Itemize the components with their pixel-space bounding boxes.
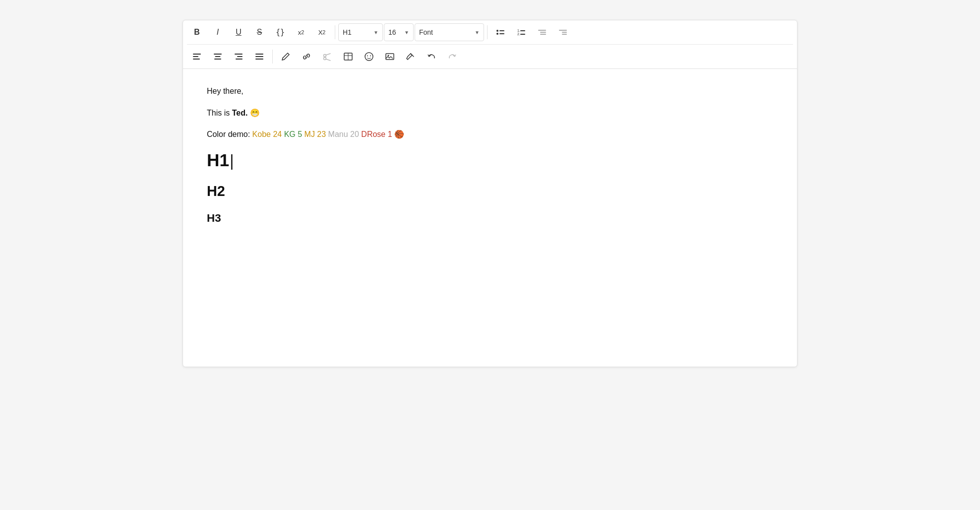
svg-point-34 bbox=[367, 56, 368, 57]
divider-3 bbox=[272, 50, 273, 64]
undo-button[interactable] bbox=[422, 48, 441, 65]
eraser-button[interactable] bbox=[401, 48, 421, 65]
bold-button[interactable]: B bbox=[187, 23, 207, 41]
svg-point-2 bbox=[496, 33, 498, 35]
svg-point-33 bbox=[365, 53, 373, 61]
paragraph-3: Color demo: Kobe 24 KG 5 MJ 23 Manu 20 D… bbox=[207, 128, 773, 141]
font-size-value: 16 bbox=[388, 28, 396, 36]
color-kobe: Kobe 24 bbox=[252, 130, 282, 138]
align-center-icon bbox=[213, 52, 223, 62]
italic-button[interactable]: I bbox=[208, 23, 228, 41]
ordered-list-icon: 1. 2. bbox=[516, 27, 526, 37]
emoji-icon bbox=[364, 52, 374, 62]
superscript-button[interactable]: x2 bbox=[291, 23, 311, 41]
svg-rect-1 bbox=[499, 30, 504, 31]
font-family-select[interactable]: Font ▼ bbox=[415, 23, 484, 41]
emoji-button[interactable] bbox=[359, 48, 379, 65]
svg-rect-5 bbox=[520, 30, 525, 31]
image-button[interactable] bbox=[380, 48, 400, 65]
editor-content[interactable]: Hey there, This is Ted. 😁 Color demo: Ko… bbox=[183, 69, 797, 367]
align-justify-icon bbox=[254, 52, 264, 62]
align-right-button[interactable] bbox=[229, 48, 248, 65]
svg-rect-13 bbox=[562, 34, 567, 35]
svg-text:2.: 2. bbox=[517, 32, 520, 36]
ordered-list-button[interactable]: 1. 2. bbox=[511, 23, 531, 41]
scissors-icon bbox=[322, 52, 332, 62]
svg-point-0 bbox=[496, 30, 498, 32]
table-icon bbox=[343, 52, 353, 62]
strikethrough-button[interactable]: S bbox=[249, 23, 269, 41]
link-icon bbox=[302, 52, 311, 62]
scissors-button[interactable] bbox=[317, 48, 337, 65]
font-size-arrow: ▼ bbox=[404, 30, 409, 35]
svg-point-26 bbox=[324, 55, 326, 57]
subscript-button[interactable]: X2 bbox=[312, 23, 332, 41]
paragraph-2: This is Ted. 😁 bbox=[207, 107, 773, 120]
svg-rect-7 bbox=[520, 34, 525, 35]
color-kg: KG 5 bbox=[284, 130, 302, 138]
svg-rect-10 bbox=[540, 34, 546, 35]
svg-rect-20 bbox=[235, 54, 243, 55]
heading-arrow: ▼ bbox=[373, 30, 378, 35]
svg-point-27 bbox=[324, 58, 326, 60]
font-size-select[interactable]: 16 ▼ bbox=[384, 23, 414, 41]
svg-rect-8 bbox=[538, 30, 546, 31]
h1-text: H1 bbox=[207, 150, 234, 170]
svg-rect-21 bbox=[237, 56, 243, 57]
svg-rect-12 bbox=[562, 32, 567, 33]
paragraph-2-bold: Ted. bbox=[232, 109, 248, 117]
svg-line-29 bbox=[326, 59, 330, 61]
color-mj: MJ 23 bbox=[305, 130, 326, 138]
svg-rect-24 bbox=[255, 56, 263, 57]
pen-icon bbox=[281, 52, 291, 62]
font-family-value: Font bbox=[419, 28, 433, 36]
heading-value: H1 bbox=[343, 28, 352, 36]
svg-rect-23 bbox=[255, 54, 263, 55]
underline-button[interactable]: U bbox=[229, 23, 248, 41]
toolbar-row-2 bbox=[187, 44, 793, 68]
svg-point-35 bbox=[370, 56, 371, 57]
table-button[interactable] bbox=[338, 48, 358, 65]
svg-rect-9 bbox=[540, 32, 546, 33]
pen-button[interactable] bbox=[276, 48, 296, 65]
indent-increase-button[interactable] bbox=[553, 23, 573, 41]
align-left-button[interactable] bbox=[187, 48, 207, 65]
align-justify-button[interactable] bbox=[249, 48, 269, 65]
heading-2: H2 bbox=[207, 183, 773, 200]
paragraph-2-emoji: 😁 bbox=[250, 109, 260, 117]
editor-container: B I U S {} x2 X2 H1 ▼ 16 ▼ Font ▼ bbox=[183, 20, 797, 367]
svg-rect-14 bbox=[193, 54, 201, 55]
align-center-button[interactable] bbox=[208, 48, 228, 65]
color-drose: DRose 1 bbox=[361, 130, 392, 138]
svg-text:1.: 1. bbox=[517, 29, 520, 32]
svg-rect-16 bbox=[193, 59, 200, 60]
indent-decrease-button[interactable] bbox=[532, 23, 552, 41]
toolbar: B I U S {} x2 X2 H1 ▼ 16 ▼ Font ▼ bbox=[183, 20, 797, 69]
svg-rect-22 bbox=[236, 59, 243, 60]
svg-point-37 bbox=[388, 55, 389, 57]
code-button[interactable]: {} bbox=[270, 23, 290, 41]
svg-rect-25 bbox=[255, 59, 263, 60]
link-button[interactable] bbox=[297, 48, 316, 65]
font-family-arrow: ▼ bbox=[475, 30, 480, 35]
toolbar-row-1: B I U S {} x2 X2 H1 ▼ 16 ▼ Font ▼ bbox=[187, 20, 793, 44]
svg-line-28 bbox=[326, 54, 330, 55]
paragraph-1: Hey there, bbox=[207, 85, 773, 98]
align-left-icon bbox=[192, 52, 202, 62]
heading-1: H1 bbox=[207, 150, 773, 171]
svg-rect-15 bbox=[193, 56, 198, 57]
svg-rect-11 bbox=[559, 30, 567, 31]
divider-1 bbox=[335, 25, 335, 39]
paragraph-3-prefix: Color demo: bbox=[207, 130, 252, 138]
image-icon bbox=[385, 52, 395, 62]
divider-2 bbox=[487, 25, 488, 39]
eraser-icon bbox=[406, 52, 416, 62]
indent-increase-icon bbox=[558, 27, 568, 37]
paragraph-2-prefix: This is bbox=[207, 109, 232, 117]
svg-rect-19 bbox=[214, 59, 221, 60]
indent-decrease-icon bbox=[537, 27, 547, 37]
svg-rect-18 bbox=[215, 56, 221, 57]
heading-select[interactable]: H1 ▼ bbox=[338, 23, 383, 41]
bullet-list-button[interactable] bbox=[490, 23, 510, 41]
redo-button[interactable] bbox=[442, 48, 462, 65]
